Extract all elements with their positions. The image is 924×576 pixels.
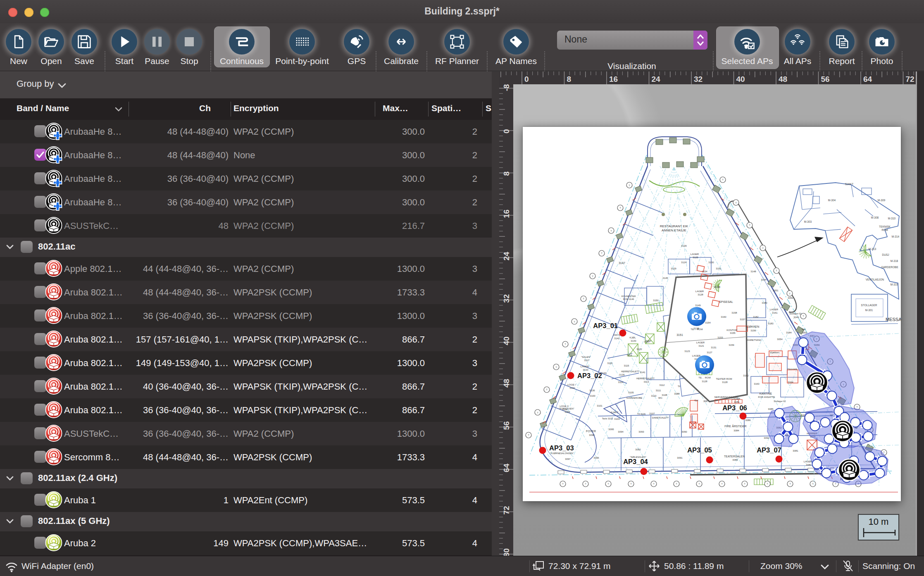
- svg-text:T: T: [528, 434, 529, 436]
- svg-text:3139: 3139: [681, 245, 687, 247]
- svg-text:T: T: [676, 483, 677, 485]
- svg-text:3128: 3128: [702, 380, 707, 383]
- svg-text:3096: 3096: [593, 457, 599, 459]
- svg-text:T: T: [749, 224, 750, 226]
- svg-text:3133: 3133: [583, 369, 588, 371]
- svg-text:M-313: M-313: [869, 248, 876, 250]
- svg-text:32: 32: [694, 75, 703, 83]
- svg-text:T: T: [744, 483, 745, 485]
- svg-text:GARDEROBE: GARDEROBE: [626, 397, 642, 399]
- svg-text:TE… ROM: TE… ROM: [691, 328, 703, 331]
- svg-text:3164: 3164: [788, 381, 793, 383]
- svg-text:M-309: M-309: [878, 199, 886, 202]
- svg-text:T: T: [564, 343, 566, 345]
- svg-text:3150: 3150: [653, 299, 659, 302]
- svg-text:3184: 3184: [786, 331, 792, 334]
- svg-text:M-310: M-310: [888, 217, 896, 220]
- svg-text:3183: 3183: [768, 322, 774, 325]
- svg-text:T: T: [619, 207, 621, 209]
- svg-text:3143: 3143: [631, 340, 636, 342]
- svg-text:3161: 3161: [772, 312, 778, 314]
- svg-text:ROM 3146: ROM 3146: [623, 298, 634, 300]
- svg-text:3052: 3052: [788, 297, 793, 299]
- svg-text:DAMETOALETT: DAMETOALETT: [652, 417, 669, 419]
- svg-text:3121: 3121: [698, 345, 704, 347]
- svg-text:3084: 3084: [733, 429, 739, 432]
- svg-text:3128: 3128: [722, 381, 728, 383]
- svg-text:3145: 3145: [662, 277, 668, 279]
- svg-text:3097: 3097: [565, 458, 571, 460]
- svg-text:T: T: [721, 483, 723, 485]
- svg-text:T: T: [653, 483, 655, 485]
- svg-text:ANNEN.ETASJE: ANNEN.ETASJE: [662, 228, 686, 232]
- svg-text:3149: 3149: [695, 304, 701, 307]
- svg-text:3148: 3148: [714, 286, 720, 288]
- svg-text:T: T: [574, 321, 575, 323]
- svg-text:T: T: [583, 298, 584, 300]
- svg-text:TE… ROM: TE… ROM: [698, 376, 710, 379]
- svg-text:AP3_01: AP3_01: [593, 322, 618, 329]
- svg-text:3155: 3155: [730, 332, 736, 334]
- svg-text:8: 8: [502, 171, 511, 176]
- svg-text:T: T: [883, 451, 885, 454]
- svg-text:3090: 3090: [681, 431, 687, 433]
- svg-text:T: T: [592, 275, 593, 278]
- svg-text:16: 16: [502, 209, 511, 218]
- svg-text:3182: 3182: [753, 316, 759, 318]
- svg-text:3157: 3157: [740, 318, 745, 321]
- svg-text:Stollager 01: Stollager 01: [789, 312, 801, 315]
- svg-text:Kjel: Kjel: [802, 328, 805, 331]
- svg-text:3159: 3159: [729, 344, 734, 346]
- svg-text:LAGER: LAGER: [691, 253, 699, 255]
- svg-text:STOLLAGER: STOLLAGER: [861, 304, 877, 307]
- svg-text:3087: 3087: [703, 400, 708, 402]
- svg-text:3049: 3049: [793, 316, 799, 319]
- svg-text:3091: 3091: [677, 457, 683, 459]
- svg-text:M-308: M-308: [871, 216, 879, 219]
- svg-text:T: T: [585, 483, 586, 485]
- svg-text:3158: 3158: [731, 312, 737, 314]
- svg-text:Tlf: Tlf: [678, 385, 681, 388]
- svg-text:LAGER: LAGER: [804, 460, 812, 463]
- svg-text:3151: 3151: [676, 333, 683, 336]
- svg-text:SJAKT: SJAKT: [611, 411, 619, 414]
- svg-text:-8: -8: [502, 84, 511, 91]
- svg-text:ROM: ROM: [881, 228, 888, 231]
- svg-text:3124: 3124: [681, 261, 687, 264]
- svg-text:48: 48: [779, 75, 787, 83]
- svg-text:T: T: [555, 366, 557, 369]
- svg-text:MESSA: MESSA: [886, 317, 901, 322]
- svg-text:3163: 3163: [754, 383, 760, 385]
- svg-text:"FORSTUEN": "FORSTUEN": [559, 407, 574, 410]
- svg-text:64: 64: [502, 463, 511, 472]
- svg-text:Stollager 02: Stollager 02: [774, 400, 786, 402]
- svg-text:3101: 3101: [597, 405, 603, 407]
- svg-text:FRYS: FRYS: [614, 334, 620, 336]
- svg-text:3114: 3114: [618, 381, 624, 383]
- svg-text:T: T: [630, 483, 632, 485]
- svg-text:3131: 3131: [711, 346, 717, 349]
- svg-text:24: 24: [652, 75, 661, 83]
- svg-text:3123: 3123: [684, 350, 690, 352]
- svg-text:LAGER: LAGER: [581, 365, 589, 368]
- svg-text:3086: 3086: [745, 419, 751, 421]
- svg-text:32: 32: [502, 294, 511, 303]
- svg-text:3117: 3117: [584, 359, 590, 362]
- svg-text:AP3_06: AP3_06: [722, 404, 747, 412]
- svg-text:72: 72: [502, 506, 511, 514]
- svg-text:3160: 3160: [721, 316, 726, 318]
- svg-text:3129: 3129: [671, 267, 676, 270]
- svg-text:T: T: [698, 483, 700, 485]
- svg-text:3116: 3116: [607, 362, 613, 364]
- svg-text:M-319: M-319: [891, 283, 898, 286]
- svg-text:T: T: [601, 252, 603, 255]
- svg-text:3119: 3119: [627, 354, 633, 357]
- svg-text:3115: 3115: [624, 364, 630, 367]
- svg-text:WC: WC: [658, 397, 663, 399]
- svg-text:"HJØRNESALONGEN": "HJØRNESALONGEN": [550, 452, 574, 455]
- svg-text:3051: 3051: [773, 289, 779, 292]
- svg-text:72: 72: [906, 75, 914, 83]
- svg-text:T: T: [735, 202, 737, 204]
- svg-text:8: 8: [567, 75, 572, 83]
- svg-text:TEATERSALEN: TEATERSALEN: [724, 455, 745, 458]
